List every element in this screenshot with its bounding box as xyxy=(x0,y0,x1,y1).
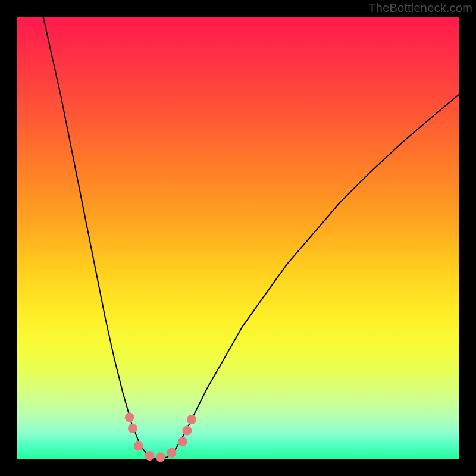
marker-dot xyxy=(187,415,196,424)
marker-dot xyxy=(178,437,187,446)
chart-frame: TheBottleneck.com xyxy=(0,0,476,476)
chart-svg xyxy=(17,17,459,459)
marker-dot xyxy=(128,424,137,433)
marker-dot xyxy=(167,448,176,458)
valley-markers xyxy=(125,412,196,462)
valley-curve xyxy=(43,17,459,459)
marker-dot xyxy=(134,441,143,451)
marker-dot xyxy=(125,412,134,422)
marker-dot xyxy=(156,452,165,462)
marker-dot xyxy=(182,426,192,436)
watermark-text: TheBottleneck.com xyxy=(368,1,472,15)
plot-area xyxy=(17,17,459,459)
marker-dot xyxy=(145,451,154,461)
